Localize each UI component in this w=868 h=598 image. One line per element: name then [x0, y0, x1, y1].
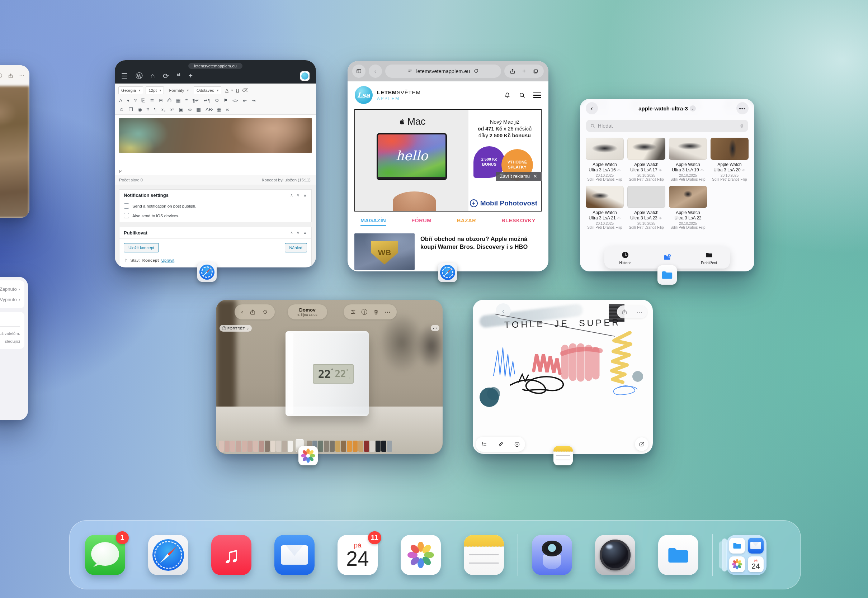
window-peek-photo[interactable]: ⓘ ⋯	[0, 65, 29, 218]
messages-app-icon[interactable]: 1	[85, 535, 125, 575]
more-icon[interactable]: ⋯	[385, 308, 391, 316]
close-icon[interactable]: ✕	[533, 173, 537, 179]
editor-toolbar-icon[interactable]: ⇥	[251, 97, 255, 103]
nav-magazin[interactable]: MAGAZÍN	[361, 218, 386, 226]
ad-banner[interactable]: Mac hello Nový Mac již od 471 Kč x 26 mě…	[355, 109, 542, 212]
safari-app-icon[interactable]	[197, 262, 217, 282]
filmstrip-thumb[interactable]	[224, 441, 229, 452]
magnifier-app-icon[interactable]	[532, 535, 572, 575]
filmstrip-thumb[interactable]	[381, 441, 386, 452]
editor-toolbar-icon[interactable]: ▦	[217, 106, 221, 112]
recent-apps-stack[interactable]: pá24	[726, 535, 766, 575]
window-files[interactable]: Apple WUltra 3 Ls20.10.2025 Apple WatchU…	[580, 99, 754, 271]
editor-toolbar-icon[interactable]: ❝	[185, 97, 188, 103]
tab-browse[interactable]: Prohlížení	[693, 250, 725, 265]
photos-dock-icon[interactable]	[401, 535, 441, 575]
safari-dock-icon[interactable]	[148, 535, 188, 575]
folder-title[interactable]: apple-watch-ultra-3⌄	[598, 105, 736, 112]
post-featured-image[interactable]	[119, 118, 312, 153]
music-app-icon[interactable]: ♫	[211, 535, 251, 575]
move-down-icon[interactable]: ∨	[296, 193, 299, 197]
settings-row-off[interactable]: Vypnuto›	[0, 295, 20, 305]
filmstrip-thumb[interactable]	[253, 441, 258, 452]
checklist-icon[interactable]	[481, 441, 487, 447]
editor-toolbar-icon[interactable]: ∞	[226, 107, 229, 112]
filmstrip-thumb[interactable]	[341, 441, 346, 452]
filmstrip-thumb[interactable]	[276, 441, 281, 452]
admin-bar-icon[interactable]: ❝	[177, 72, 181, 80]
file-thumbnail[interactable]	[627, 186, 665, 208]
mail-app-icon[interactable]	[274, 535, 314, 575]
notes-dock-icon[interactable]	[464, 535, 504, 575]
file-item[interactable]: Apple Watch Ultra 3 LsA 22 20.10.2025 Sd…	[669, 186, 707, 229]
editor-toolbar-icon[interactable]: ≣	[150, 97, 154, 103]
editor-toolbar-icon[interactable]: <>	[232, 98, 238, 103]
editor-toolbar-icon[interactable]: ¶↵	[193, 97, 199, 103]
font-size-select[interactable]: 12pt▾	[146, 87, 164, 94]
editor-toolbar-icon[interactable]: ¶	[154, 107, 156, 112]
filmstrip-thumb[interactable]	[318, 441, 323, 452]
file-thumbnail[interactable]	[669, 186, 707, 208]
files-mini-icon[interactable]	[729, 538, 745, 553]
file-item[interactable]: Apple Watch Ultra 3 LsA 23 20.10.2025 Sd…	[627, 186, 665, 229]
filmstrip-thumb[interactable]	[230, 441, 235, 452]
adjust-icon[interactable]	[350, 309, 356, 315]
nav-forum[interactable]: FÓRUM	[412, 218, 431, 226]
files-dock-icon[interactable]	[658, 535, 698, 575]
editor-toolbar-icon[interactable]: x²	[171, 107, 174, 112]
mail-mini-icon[interactable]	[748, 538, 764, 553]
safari-app-icon[interactable]	[438, 263, 457, 282]
file-item[interactable]: Apple Watch Ultra 3 LsA 16 20.10.2025 Sd…	[586, 138, 624, 181]
file-item[interactable]: Apple Watch Ultra 3 LsA 20 20.10.2025 Sd…	[711, 138, 748, 181]
share-icon[interactable]	[8, 73, 13, 79]
editor-toolbar-icon[interactable]: ⊟	[159, 97, 163, 103]
filmstrip-thumb[interactable]	[265, 441, 270, 452]
editor-toolbar-icon[interactable]: ↵¶	[204, 97, 211, 103]
file-item[interactable]: Apple Watch Ultra 3 LsA 17 20.10.2025 Sd…	[627, 138, 665, 181]
editor-toolbar-icon[interactable]: ▩	[196, 106, 201, 112]
calendar-app-icon[interactable]: pá 24 11	[338, 535, 378, 575]
file-thumbnail[interactable]	[627, 138, 665, 160]
collapse-icon[interactable]: ▲	[303, 193, 307, 197]
filmstrip-thumb[interactable]	[387, 441, 392, 452]
menu-icon[interactable]	[533, 93, 541, 98]
editor-toolbar-icon[interactable]: ⌗	[147, 106, 150, 112]
info-icon[interactable]: ⓘ	[0, 72, 2, 79]
admin-bar-icon[interactable]: +	[189, 72, 193, 80]
file-thumbnail[interactable]	[586, 138, 624, 160]
photos-app-icon[interactable]	[298, 446, 318, 465]
filmstrip-thumb[interactable]	[271, 441, 275, 452]
filmstrip-thumb[interactable]	[288, 441, 293, 452]
font-family-select[interactable]: Georgia▾	[118, 87, 143, 94]
settings-row-on[interactable]: Zapnuto›	[0, 284, 20, 295]
mic-icon[interactable]	[739, 123, 745, 129]
favorite-icon[interactable]	[262, 309, 268, 315]
filmstrip-thumb[interactable]	[236, 441, 241, 452]
window-photos[interactable]: 22° 22° –+ ‹ Domov 5. října 15:02 ⓘ ⋯ f …	[216, 300, 443, 454]
markup-icon[interactable]	[514, 441, 520, 447]
editor-toolbar-icon[interactable]: ⎙	[168, 97, 171, 103]
photo-filmstrip[interactable]	[219, 440, 440, 452]
avatar[interactable]	[300, 71, 310, 81]
move-up-icon[interactable]: ∧	[290, 193, 293, 197]
file-thumbnail[interactable]	[586, 186, 624, 208]
save-draft-button[interactable]: Uložit koncept	[124, 243, 159, 253]
portrait-badge[interactable]: f PORTRÉT ⌄	[220, 325, 252, 332]
filmstrip-thumb[interactable]	[335, 441, 340, 452]
filmstrip-thumb[interactable]	[242, 441, 247, 452]
site-logo[interactable]: Lsa	[355, 86, 373, 104]
tabs-icon[interactable]	[533, 69, 538, 74]
filmstrip-thumb[interactable]	[282, 441, 287, 452]
collapse-icon[interactable]: ▲	[303, 230, 307, 235]
site-brand[interactable]: LETEMSVĚTEM APPLEM	[377, 89, 421, 101]
back-icon[interactable]: ‹	[369, 64, 382, 78]
window-notes[interactable]: ‹ ⋯ TOHLE JE SUPER	[473, 300, 653, 454]
reader-icon[interactable]	[407, 69, 413, 74]
sponsor-logo[interactable]: +Mobil Pohotovost	[470, 199, 537, 207]
window-wordpress-editor[interactable]: letemsvetemapplem.eu ☰Ⓦ⌂⟳❝+ Georgia▾ 12p…	[115, 60, 316, 268]
text-color-button[interactable]: A	[225, 88, 229, 93]
address-bar[interactable]: letemsvetemapplem.eu	[385, 64, 501, 78]
chevron-down-icon[interactable]: ⌄	[690, 105, 696, 112]
preview-button[interactable]: Náhled	[285, 243, 307, 253]
edit-status-link[interactable]: Upravit	[162, 258, 174, 262]
